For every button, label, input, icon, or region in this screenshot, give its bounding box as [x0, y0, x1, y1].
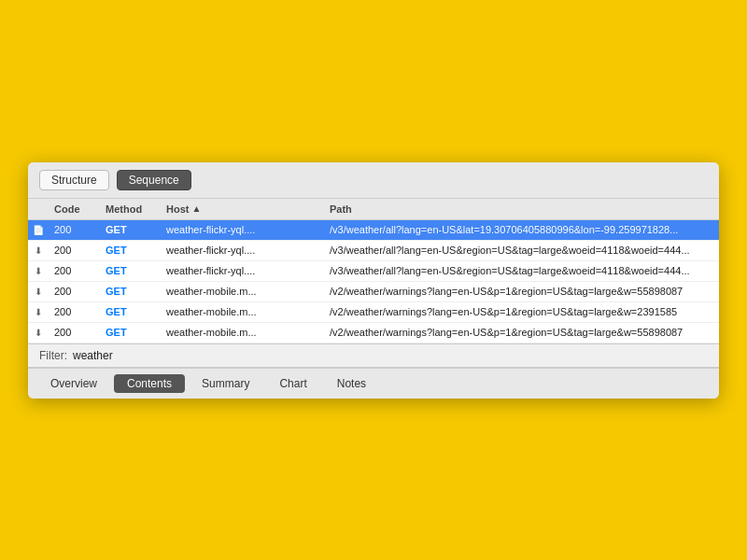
main-window: Structure Sequence Code Method Host ▲ Pa… — [28, 162, 719, 399]
tab-notes[interactable]: Notes — [324, 374, 379, 393]
row-method: GET — [100, 224, 161, 235]
row-icon: ⬇ — [28, 328, 49, 338]
row-host: weather-mobile.m... — [161, 306, 305, 317]
row-host: weather-flickr-yql.... — [161, 224, 305, 235]
tab-overview[interactable]: Overview — [37, 374, 110, 393]
tab-contents[interactable]: Contents — [114, 374, 185, 393]
row-path: /v2/weather/warnings?lang=en-US&p=1&regi… — [324, 327, 719, 338]
row-host: weather-flickr-yql.... — [161, 245, 305, 256]
col-path: Path — [324, 202, 719, 217]
row-method: GET — [100, 265, 161, 276]
row-icon: ⬇ — [28, 245, 49, 256]
row-method: GET — [100, 306, 161, 317]
tab-chart[interactable]: Chart — [266, 374, 319, 393]
row-code: 200 — [49, 327, 100, 338]
row-icon: 📄 — [28, 225, 49, 235]
structure-button[interactable]: Structure — [39, 170, 109, 190]
row-path: /v3/weather/all?lang=en-US&region=US&tag… — [324, 265, 719, 276]
filter-value: weather — [73, 349, 113, 362]
row-host: weather-mobile.m... — [161, 286, 305, 297]
row-path: /v2/weather/warnings?lang=en-US&p=1&regi… — [324, 306, 719, 317]
host-label: Host — [166, 203, 189, 215]
sort-arrow-icon: ▲ — [191, 203, 201, 214]
row-code: 200 — [49, 306, 100, 317]
col-icon — [28, 202, 49, 217]
filter-label: Filter: — [39, 349, 67, 362]
row-host: weather-mobile.m... — [161, 327, 305, 338]
row-icon: ⬇ — [28, 266, 49, 276]
row-method: GET — [100, 327, 161, 338]
sequence-button[interactable]: Sequence — [117, 170, 191, 190]
toolbar: Structure Sequence — [28, 162, 719, 199]
row-code: 200 — [49, 265, 100, 276]
tab-summary[interactable]: Summary — [189, 374, 262, 393]
row-method: GET — [100, 286, 161, 297]
row-icon: ⬇ — [28, 307, 49, 317]
col-spacer — [305, 202, 324, 217]
col-host[interactable]: Host ▲ — [161, 202, 305, 217]
table-row[interactable]: ⬇ 200 GET weather-flickr-yql.... /v3/wea… — [28, 261, 719, 282]
row-icon: ⬇ — [28, 287, 49, 297]
table-row[interactable]: ⬇ 200 GET weather-mobile.m... /v2/weathe… — [28, 323, 719, 343]
table-row[interactable]: 📄 200 GET weather-flickr-yql.... /v3/wea… — [28, 220, 719, 241]
col-code: Code — [49, 202, 100, 217]
table-header: Code Method Host ▲ Path — [28, 199, 719, 220]
table-body: 📄 200 GET weather-flickr-yql.... /v3/wea… — [28, 220, 719, 343]
col-method: Method — [100, 202, 161, 217]
row-code: 200 — [49, 245, 100, 256]
row-host: weather-flickr-yql.... — [161, 265, 305, 276]
row-code: 200 — [49, 224, 100, 235]
row-path: /v3/weather/all?lang=en-US&region=US&tag… — [324, 245, 719, 256]
row-code: 200 — [49, 286, 100, 297]
row-path: /v2/weather/warnings?lang=en-US&p=1&regi… — [324, 286, 719, 297]
table-row[interactable]: ⬇ 200 GET weather-mobile.m... /v2/weathe… — [28, 282, 719, 302]
table-row[interactable]: ⬇ 200 GET weather-mobile.m... /v2/weathe… — [28, 302, 719, 323]
row-method: GET — [100, 245, 161, 256]
filter-bar: Filter: weather — [28, 343, 719, 368]
bottom-tabs: Overview Contents Summary Chart Notes — [28, 368, 719, 399]
table-row[interactable]: ⬇ 200 GET weather-flickr-yql.... /v3/wea… — [28, 241, 719, 261]
row-path: /v3/weather/all?lang=en-US&lat=19.307064… — [324, 224, 719, 235]
